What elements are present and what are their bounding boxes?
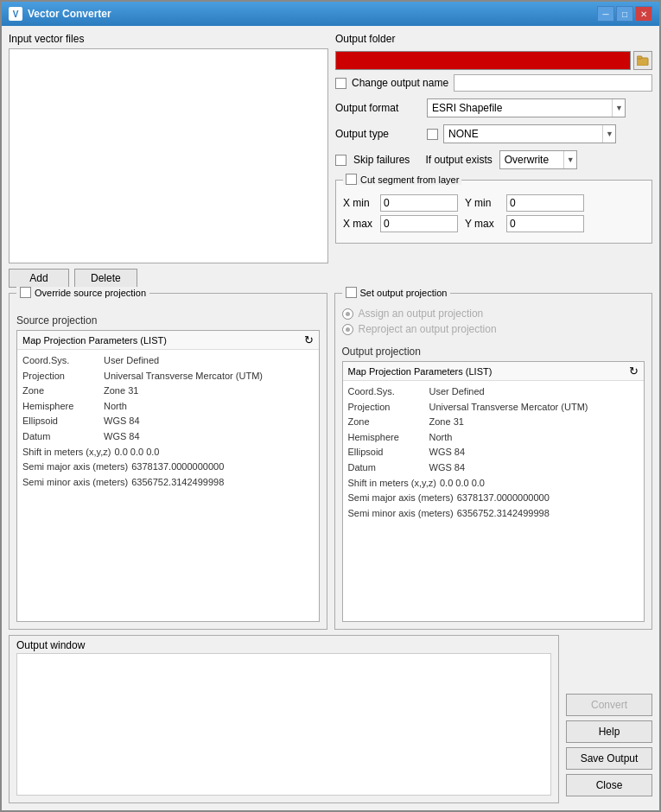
input-files-label: Input vector files xyxy=(9,33,328,45)
proj-map-row: Coord.Sys.User Defined xyxy=(22,353,314,369)
overwrite-arrow: ▼ xyxy=(563,151,575,168)
proj-key: Hemisphere xyxy=(22,399,100,415)
output-projection-panel: Set output projection Assign an output p… xyxy=(334,293,653,630)
output-window-panel: Output window xyxy=(9,635,559,803)
proj-key: Datum xyxy=(22,429,100,445)
proj-val: 6378137.0000000000 xyxy=(457,491,550,506)
output-window-content[interactable] xyxy=(16,653,551,796)
proj-val: 0.0 0.0 0.0 xyxy=(440,476,485,492)
source-map-header-text: Map Projection Parameters (LIST) xyxy=(22,335,167,346)
proj-val: User Defined xyxy=(429,384,485,400)
proj-val: 6356752.3142499998 xyxy=(457,506,550,522)
proj-map-row: ZoneZone 31 xyxy=(348,415,639,430)
top-row: Input vector files Add Delete Output fol… xyxy=(9,33,652,288)
assign-radio-label: Assign an output projection xyxy=(359,308,484,320)
maximize-button[interactable]: □ xyxy=(616,6,633,22)
cut-segment-label: Cut segment from layer xyxy=(360,174,459,185)
proj-key: Zone xyxy=(22,384,100,399)
y-min-label: Y min xyxy=(465,197,499,209)
source-projection-map-box: Map Projection Parameters (LIST) ↻ Coord… xyxy=(16,330,320,622)
source-projection-panel: Override source projection Source projec… xyxy=(9,293,327,630)
y-max-input[interactable] xyxy=(506,215,584,232)
output-type-value: NONE xyxy=(446,128,602,140)
override-source-label: Override source projection xyxy=(35,288,146,298)
x-max-input[interactable] xyxy=(380,215,458,232)
proj-val: Zone 31 xyxy=(104,384,138,399)
x-min-row: X min Y min xyxy=(343,194,645,212)
proj-map-row: DatumWGS 84 xyxy=(22,429,314,445)
proj-key: Shift in meters (x,y,z) xyxy=(22,445,111,460)
source-refresh-icon[interactable]: ↻ xyxy=(304,333,314,346)
minimize-button[interactable]: ─ xyxy=(597,6,614,22)
output-folder-row xyxy=(335,51,652,70)
bottom-row: Output window Convert Help Save Output C… xyxy=(9,635,652,803)
overwrite-combo[interactable]: Overwrite ▼ xyxy=(499,150,577,169)
proj-val: WGS 84 xyxy=(104,429,140,445)
x-min-input[interactable] xyxy=(380,194,458,212)
proj-key: Hemisphere xyxy=(348,430,426,446)
y-min-input[interactable] xyxy=(506,194,584,212)
proj-map-row: Semi minor axis (meters)6356752.31424999… xyxy=(22,475,314,491)
set-output-proj-label: Set output projection xyxy=(360,288,448,298)
proj-key: Ellipsoid xyxy=(348,445,426,460)
cut-segment-checkbox[interactable] xyxy=(346,174,357,185)
change-output-name-label: Change output name xyxy=(352,77,448,89)
help-button[interactable]: Help xyxy=(566,720,652,743)
reproject-radio[interactable] xyxy=(342,324,353,335)
add-button[interactable]: Add xyxy=(9,269,69,288)
output-type-label: Output type xyxy=(335,128,422,140)
close-button[interactable]: Close xyxy=(566,774,652,796)
output-folder-label: Output folder xyxy=(335,33,652,45)
output-settings-panel: Output folder Change output name xyxy=(335,33,652,288)
svg-rect-1 xyxy=(637,56,642,59)
file-list[interactable] xyxy=(9,48,328,263)
delete-button[interactable]: Delete xyxy=(74,269,137,288)
output-type-row: Output type NONE ▼ xyxy=(335,124,652,143)
x-min-label: X min xyxy=(343,197,373,209)
source-projection-inner-label: Source projection xyxy=(16,314,320,327)
change-output-name-row: Change output name xyxy=(335,74,652,92)
output-refresh-icon[interactable]: ↻ xyxy=(629,365,639,377)
output-type-combo[interactable]: NONE ▼ xyxy=(443,124,616,143)
output-format-value: ESRI Shapefile xyxy=(429,102,612,114)
skip-failures-label: Skip failures xyxy=(353,154,410,166)
proj-val: North xyxy=(429,430,453,446)
set-output-proj-checkbox[interactable] xyxy=(346,287,357,298)
proj-map-row: Shift in meters (x,y,z)0.0 0.0 0.0 xyxy=(348,476,639,492)
output-window-label: Output window xyxy=(10,636,558,653)
override-source-checkbox[interactable] xyxy=(20,287,31,298)
output-projection-title: Set output projection xyxy=(342,287,451,298)
assign-radio[interactable] xyxy=(342,308,353,320)
skip-failures-checkbox[interactable] xyxy=(335,155,346,166)
cut-segment-box: Cut segment from layer X min Y min X max xyxy=(335,180,652,244)
change-output-name-checkbox[interactable] xyxy=(335,78,346,89)
source-map-content: Coord.Sys.User DefinedProjectionUniversa… xyxy=(17,350,319,493)
x-max-label: X max xyxy=(343,218,373,230)
proj-val: 0.0 0.0 0.0 xyxy=(114,445,159,460)
save-output-button[interactable]: Save Output xyxy=(566,747,652,770)
output-type-arrow: ▼ xyxy=(602,125,613,143)
output-folder-input[interactable] xyxy=(335,51,631,70)
output-type-checkbox[interactable] xyxy=(427,129,438,140)
proj-key: Coord.Sys. xyxy=(348,384,426,400)
output-format-combo[interactable]: ESRI Shapefile ▼ xyxy=(427,98,626,117)
overwrite-value: Overwrite xyxy=(502,154,563,166)
title-bar: V Vector Converter ─ □ ✕ xyxy=(2,2,659,26)
input-files-panel: Input vector files Add Delete xyxy=(9,33,328,288)
output-projection-inner-label: Output projection xyxy=(342,346,645,358)
close-window-button[interactable]: ✕ xyxy=(635,6,652,22)
proj-map-row: EllipsoidWGS 84 xyxy=(22,414,314,429)
proj-val: Universal Transverse Mercator (UTM) xyxy=(429,400,588,416)
proj-map-row: ProjectionUniversal Transverse Mercator … xyxy=(348,400,639,416)
proj-map-row: Semi minor axis (meters)6356752.31424999… xyxy=(348,506,639,522)
proj-key: Semi minor axis (meters) xyxy=(22,475,128,491)
output-map-header-text: Map Projection Parameters (LIST) xyxy=(348,366,493,377)
browse-folder-button[interactable] xyxy=(633,51,652,70)
middle-row: Override source projection Source projec… xyxy=(9,293,652,630)
proj-key: Zone xyxy=(348,415,426,430)
change-output-name-input[interactable] xyxy=(454,74,652,92)
convert-button[interactable]: Convert xyxy=(566,694,652,716)
window-title: Vector Converter xyxy=(28,8,111,20)
proj-val: WGS 84 xyxy=(429,445,466,460)
skip-row: Skip failures If output exists Overwrite… xyxy=(335,150,652,169)
